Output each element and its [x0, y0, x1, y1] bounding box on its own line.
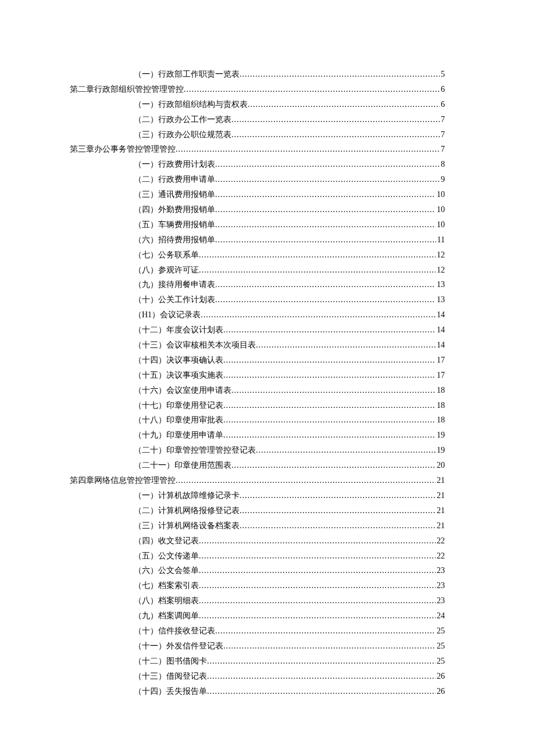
toc-entry-page: 7	[440, 127, 445, 142]
toc-entry-page: 21	[436, 473, 445, 488]
toc-entry: （四）收文登记表22	[70, 533, 445, 549]
toc-entry-title: （十三）借阅登记表	[134, 669, 207, 684]
toc-entry-page: 8	[440, 157, 445, 172]
toc-entry-title: 第四章网络信息管控管理管控	[70, 473, 176, 488]
toc-entry-title: （二）行政费用申请单	[134, 172, 215, 187]
toc-leader-dots	[223, 398, 436, 413]
toc-entry-page: 14	[436, 338, 445, 353]
toc-leader-dots	[215, 172, 440, 187]
toc-entry-title: （六）招待费用报销单	[134, 232, 215, 248]
toc-leader-dots	[223, 413, 436, 428]
toc-leader-dots	[223, 368, 436, 383]
toc-entry-page: 21	[436, 518, 445, 533]
toc-entry-title: （四）外勤费用报销单	[134, 202, 215, 217]
toc-entry-title: （十三）会议审核相关本次项目表	[134, 338, 256, 353]
toc-entry-page: 12	[436, 248, 445, 263]
toc-leader-dots	[223, 323, 436, 338]
toc-entry-title: （一）行政部组织结构与责权表	[134, 97, 248, 112]
toc-leader-dots	[231, 458, 436, 473]
toc-entry-page: 11	[436, 232, 445, 248]
toc-entry-page: 10	[436, 187, 445, 202]
toc-leader-dots	[240, 67, 440, 82]
toc-leader-dots	[199, 593, 436, 608]
toc-entry: （六）招待费用报销单11	[70, 232, 445, 248]
toc-entry-page: 23	[436, 593, 445, 608]
toc-entry-page: 23	[436, 563, 445, 578]
toc-leader-dots	[223, 428, 436, 443]
toc-entry: （二）计算机网络报修登记表21	[70, 503, 445, 518]
toc-entry-page: 14	[436, 323, 445, 338]
toc-entry-title: （十二）年度会议计划表	[134, 323, 223, 338]
toc-entry-title: （五）公文传递单	[134, 549, 199, 564]
toc-leader-dots	[176, 473, 436, 488]
toc-entry-title: （十七）印章使用登记表	[134, 398, 223, 413]
toc-entry-title: （三）行政办公职位规范表	[134, 127, 231, 142]
toc-entry: （二十）印章管控管理管控登记表19	[70, 443, 445, 458]
toc-leader-dots	[215, 157, 440, 172]
toc-entry-title: （八）档案明细表	[134, 593, 199, 608]
toc-entry-page: 21	[436, 503, 445, 518]
toc-leader-dots	[240, 488, 436, 503]
toc-entry: （十六）会议室使用申请表18	[70, 383, 445, 398]
toc-entry-page: 18	[436, 398, 445, 413]
toc-entry: （十九）印章使用申请单19	[70, 428, 445, 443]
toc-entry-page: 7	[440, 112, 445, 127]
toc-leader-dots	[240, 518, 436, 533]
toc-entry-page: 22	[436, 533, 445, 549]
toc-leader-dots	[176, 142, 440, 157]
toc-entry: （六）公文会签单23	[70, 563, 445, 578]
toc-entry-title: （一）行政费用计划表	[134, 157, 215, 172]
toc-leader-dots	[199, 263, 436, 278]
toc-entry-title: （二十）印章管控管理管控登记表	[134, 443, 256, 458]
toc-entry: （二）行政费用申请单9	[70, 172, 445, 187]
toc-entry-title: （二）计算机网络报修登记表	[134, 503, 240, 518]
toc-leader-dots	[256, 443, 436, 458]
toc-leader-dots	[248, 97, 440, 112]
toc-entry-title: （四）收文登记表	[134, 533, 199, 549]
toc-leader-dots	[215, 232, 436, 248]
toc-entry: 第二章行政部组织管控管理管控6	[70, 82, 445, 97]
toc-entry: （九）档案调阅单24	[70, 608, 445, 624]
toc-entry: （十一）外发信件登记表25	[70, 639, 445, 654]
toc-entry-title: （一）行政部工作职责一览表	[134, 67, 240, 82]
toc-entry-page: 13	[436, 292, 445, 307]
toc-leader-dots	[199, 248, 436, 263]
toc-entry-title: （H1）会议记录表	[134, 307, 201, 323]
toc-entry: （十四）决议事项确认表17	[70, 353, 445, 368]
toc-entry: （十）公关工作计划表13	[70, 292, 445, 307]
toc-entry-page: 21	[436, 488, 445, 503]
toc-entry-title: （十）信件接收登记表	[134, 624, 215, 639]
toc-entry-title: （三）计算机网络设备档案表	[134, 518, 240, 533]
toc-entry-title: （六）公文会签单	[134, 563, 199, 578]
toc-entry: （七）档案索引表23	[70, 578, 445, 593]
toc-entry-title: （十五）决议事项实施表	[134, 368, 223, 383]
toc-leader-dots	[223, 353, 436, 368]
toc-entry-title: （八）参观许可证	[134, 263, 199, 278]
toc-entry-page: 13	[436, 277, 445, 292]
toc-leader-dots	[199, 608, 436, 624]
toc-entry: （一）行政费用计划表8	[70, 157, 445, 172]
toc-entry: （八）参观许可证12	[70, 263, 445, 278]
toc-entry-page: 17	[436, 353, 445, 368]
toc-entry: （四）外勤费用报销单10	[70, 202, 445, 217]
toc-leader-dots	[215, 187, 436, 202]
toc-leader-dots	[215, 202, 436, 217]
toc-entry: （十四）丢失报告单26	[70, 684, 445, 699]
toc-entry-title: 第二章行政部组织管控管理管控	[70, 82, 184, 97]
toc-leader-dots	[207, 654, 436, 669]
toc-entry: （一）行政部工作职责一览表5	[70, 67, 445, 82]
toc-entry: （十二）图书借阅卡25	[70, 654, 445, 669]
toc-leader-dots	[256, 338, 436, 353]
toc-entry-page: 10	[436, 202, 445, 217]
toc-entry: （三）行政办公职位规范表7	[70, 127, 445, 142]
table-of-contents: （一）行政部工作职责一览表5第二章行政部组织管控管理管控6（一）行政部组织结构与…	[70, 67, 445, 698]
toc-entry: （五）公文传递单22	[70, 549, 445, 564]
toc-entry-page: 6	[440, 82, 445, 97]
toc-entry-page: 9	[440, 172, 445, 187]
toc-entry-title: （十四）丢失报告单	[134, 684, 207, 699]
toc-leader-dots	[215, 277, 436, 292]
toc-entry-title: （十二）图书借阅卡	[134, 654, 207, 669]
toc-entry-title: （九）接待用餐申请表	[134, 277, 215, 292]
toc-entry: （十）信件接收登记表25	[70, 624, 445, 639]
toc-entry-title: （九）档案调阅单	[134, 608, 199, 624]
